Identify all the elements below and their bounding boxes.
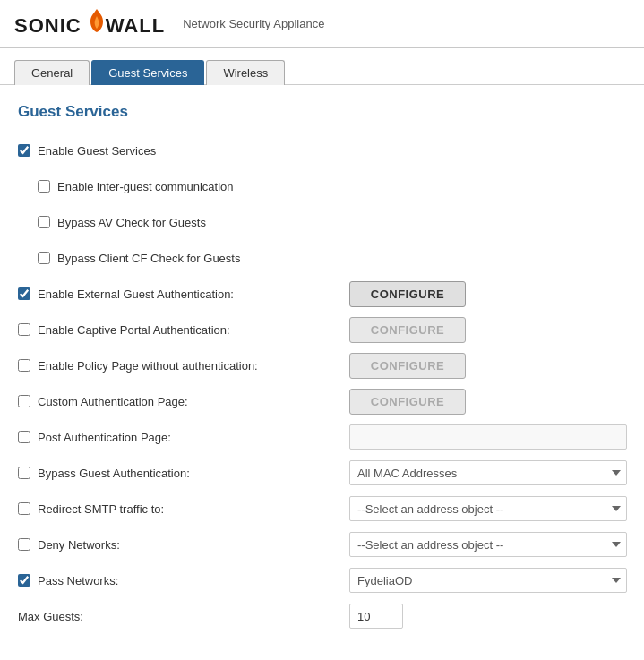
deny-networks-input[interactable] [18,538,30,551]
post-auth-checkbox[interactable]: Post Authentication Page: [18,431,349,444]
row-deny-networks: Deny Networks: --Select an address objec… [18,531,626,558]
configure-captive-button[interactable]: CONFIGURE [349,317,466,343]
pass-networks-input[interactable] [18,574,30,587]
max-guests-label: Max Guests: [18,610,349,623]
inter-guest-label: Enable inter-guest communication [57,180,236,193]
post-auth-label: Post Authentication Page: [38,431,217,444]
row-inter-guest: Enable inter-guest communication [18,173,626,200]
deny-networks-checkbox[interactable]: Deny Networks: [18,538,349,552]
row-bypass-cf: Bypass Client CF Check for Guests [18,244,626,271]
bypass-guest-auth-checkbox[interactable]: Bypass Guest Authentication: [18,467,349,480]
configure-external-button[interactable]: CONFIGURE [349,281,466,307]
row-policy-page: Enable Policy Page without authenticatio… [18,352,626,379]
bypass-av-checkbox[interactable]: Bypass AV Check for Guests [38,216,236,229]
pass-networks-select[interactable]: FydeliaOD [349,568,627,593]
row-bypass-guest-auth: Bypass Guest Authentication: All MAC Add… [18,459,626,486]
header-subtitle: Network Security Appliance [183,17,324,30]
custom-auth-input[interactable] [18,395,30,407]
logo-area: SONIC WALL Network Security Appliance [14,9,324,38]
bypass-av-label: Bypass AV Check for Guests [57,216,236,229]
row-bypass-av: Bypass AV Check for Guests [18,209,626,236]
row-max-guests: Max Guests: [18,603,626,630]
bypass-av-input[interactable] [38,216,50,228]
custom-auth-label: Custom Authentication Page: [38,395,217,408]
policy-page-checkbox[interactable]: Enable Policy Page without authenticatio… [18,359,349,373]
content-area: Guest Services Enable Guest Services Ena… [0,85,644,656]
tab-wireless[interactable]: Wireless [206,60,285,85]
pass-networks-label: Pass Networks: [38,574,217,587]
redirect-smtp-select-wrap: --Select an address object -- [349,496,627,521]
post-auth-field[interactable] [349,424,627,450]
external-auth-label: Enable External Guest Authentication: [38,287,234,301]
tab-bar: General Guest Services Wireless [0,48,644,85]
redirect-smtp-checkbox[interactable]: Redirect SMTP traffic to: [18,502,349,516]
bypass-cf-input[interactable] [38,252,50,264]
header: SONIC WALL Network Security Appliance [0,0,644,48]
deny-networks-label: Deny Networks: [38,538,217,552]
captive-portal-input[interactable] [18,323,30,336]
policy-page-input[interactable] [18,359,30,372]
external-auth-input[interactable] [18,287,30,300]
row-custom-auth: Custom Authentication Page: CONFIGURE [18,388,626,415]
enable-guest-services-label: Enable Guest Services [38,144,217,158]
max-guests-input[interactable] [349,604,403,629]
row-enable-guest-services: Enable Guest Services [18,137,626,164]
policy-page-label: Enable Policy Page without authenticatio… [38,359,258,373]
enable-guest-services-input[interactable] [18,144,30,157]
logo-flame-icon [89,9,105,32]
enable-guest-services-checkbox[interactable]: Enable Guest Services [18,144,217,158]
post-auth-input[interactable] [18,431,30,443]
inter-guest-checkbox[interactable]: Enable inter-guest communication [38,180,236,193]
logo-text: SONIC WALL [14,9,165,38]
redirect-smtp-select[interactable]: --Select an address object -- [349,496,627,521]
row-redirect-smtp: Redirect SMTP traffic to: --Select an ad… [18,495,626,522]
bypass-guest-auth-label: Bypass Guest Authentication: [38,467,217,480]
captive-portal-checkbox[interactable]: Enable Captive Portal Authentication: [18,323,349,337]
row-external-auth: Enable External Guest Authentication: CO… [18,280,626,307]
configure-policy-button[interactable]: CONFIGURE [349,353,466,379]
pass-networks-checkbox[interactable]: Pass Networks: [18,574,349,587]
bypass-guest-auth-select-wrap: All MAC Addresses [349,460,627,485]
deny-networks-select-wrap: --Select an address object -- [349,532,627,557]
redirect-smtp-label: Redirect SMTP traffic to: [38,502,217,516]
external-auth-checkbox[interactable]: Enable External Guest Authentication: [18,287,349,301]
row-pass-networks: Pass Networks: FydeliaOD [18,567,626,594]
tab-guest-services[interactable]: Guest Services [91,60,204,85]
redirect-smtp-input[interactable] [18,502,30,515]
tab-general[interactable]: General [14,60,90,85]
custom-auth-checkbox[interactable]: Custom Authentication Page: [18,395,349,408]
section-title: Guest Services [18,103,626,121]
row-post-auth: Post Authentication Page: [18,424,626,450]
deny-networks-select[interactable]: --Select an address object -- [349,532,627,557]
row-captive-portal: Enable Captive Portal Authentication: CO… [18,316,626,343]
bypass-cf-checkbox[interactable]: Bypass Client CF Check for Guests [38,252,240,265]
pass-networks-select-wrap: FydeliaOD [349,568,627,593]
bypass-cf-label: Bypass Client CF Check for Guests [57,252,240,265]
configure-custom-button[interactable]: CONFIGURE [349,389,466,415]
bypass-guest-auth-input[interactable] [18,467,30,479]
bypass-guest-auth-select[interactable]: All MAC Addresses [349,460,627,485]
captive-portal-label: Enable Captive Portal Authentication: [38,323,230,337]
inter-guest-input[interactable] [38,180,50,193]
